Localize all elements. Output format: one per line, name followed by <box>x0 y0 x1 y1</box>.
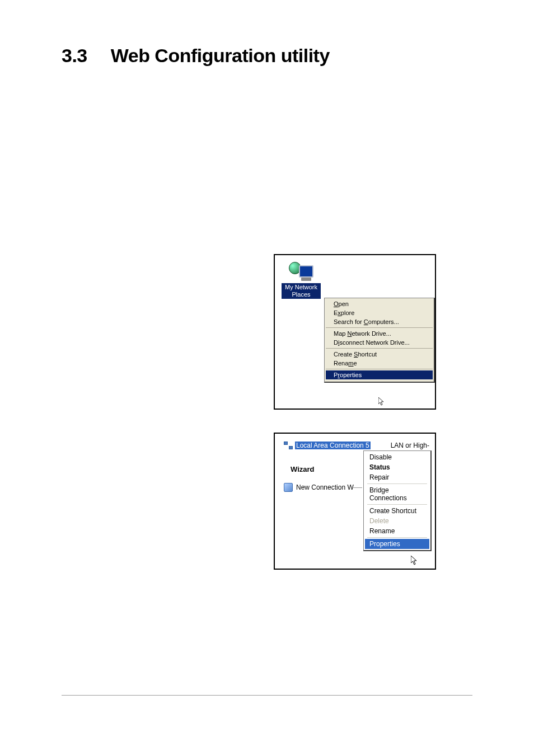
menu-item-explore[interactable]: Explore <box>326 308 433 317</box>
menu-item-repair[interactable]: Repair <box>365 472 429 482</box>
svg-marker-0 <box>378 397 383 405</box>
network-connection-icon <box>284 442 293 449</box>
screenshot-my-network-places: My Network Places Open Explore Search fo… <box>274 254 436 410</box>
lan-type-text: LAN or High- <box>391 442 429 449</box>
section-heading: 3.3 Web Configuration utility <box>62 45 472 67</box>
network-globe-monitor-icon <box>289 262 313 282</box>
svg-marker-1 <box>411 556 416 565</box>
new-connection-label: New Connection W <box>296 483 354 491</box>
menu-item-create-shortcut[interactable]: Create Shortcut <box>326 350 433 359</box>
section-title: Web Configuration utility <box>111 45 330 67</box>
my-network-places-icon[interactable]: My Network Places <box>282 262 321 299</box>
menu-item-properties[interactable]: Properties <box>326 370 433 379</box>
menu-item-rename[interactable]: Rename <box>326 359 433 368</box>
divider <box>353 487 362 488</box>
menu-item-delete: Delete <box>365 516 429 526</box>
cursor-icon <box>378 397 385 406</box>
menu-item-status[interactable]: Status <box>365 462 429 472</box>
menu-separator <box>367 483 427 484</box>
wizard-heading: Wizard <box>291 465 315 473</box>
wizard-icon <box>284 483 293 492</box>
menu-item-rename-2[interactable]: Rename <box>365 526 429 536</box>
cursor-icon <box>411 556 419 566</box>
menu-separator <box>367 537 427 538</box>
context-menu-2: Disable Status Repair Bridge Connections… <box>363 450 432 551</box>
footer-divider <box>62 695 472 696</box>
section-number: 3.3 <box>62 45 87 67</box>
lac-label: Local Area Connection 5 <box>295 442 371 449</box>
icon-label: My Network Places <box>282 283 321 299</box>
local-area-connection-item[interactable]: Local Area Connection 5 <box>284 442 371 449</box>
menu-item-create-shortcut-2[interactable]: Create Shortcut <box>365 506 429 516</box>
menu-item-map-network-drive[interactable]: Map Network Drive... <box>326 329 433 338</box>
new-connection-wizard-item[interactable]: New Connection W <box>284 483 354 492</box>
menu-item-bridge-connections[interactable]: Bridge Connections <box>365 485 429 503</box>
menu-item-disconnect-network-drive[interactable]: Disconnect Network Drive... <box>326 338 433 347</box>
menu-item-disable[interactable]: Disable <box>365 452 429 462</box>
menu-item-search-computers[interactable]: Search for Computers... <box>326 317 433 326</box>
screenshot-local-area-connection: Local Area Connection 5 LAN or High- Wiz… <box>274 433 436 570</box>
menu-item-properties-2[interactable]: Properties <box>365 539 429 549</box>
menu-separator <box>367 504 427 505</box>
context-menu-1: Open Explore Search for Computers... Map… <box>324 298 435 383</box>
menu-item-open[interactable]: Open <box>326 299 433 308</box>
